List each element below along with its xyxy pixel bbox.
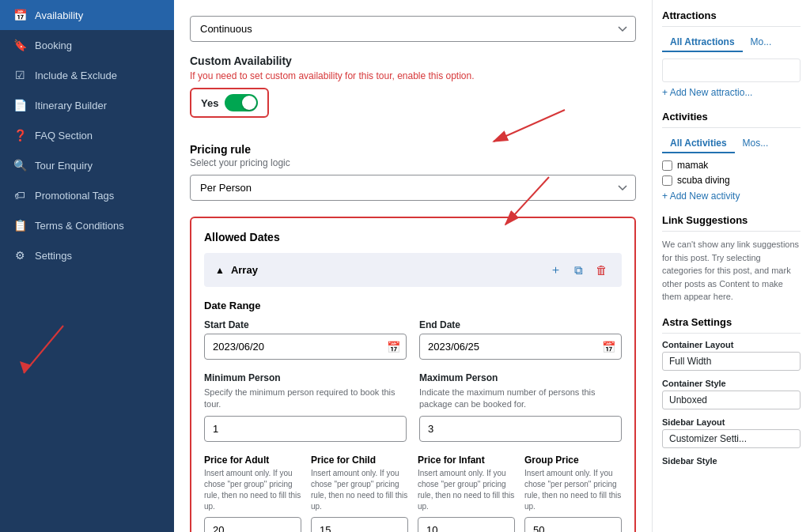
top-availability-section: Continuous Custom [190,16,636,42]
maximum-person-field: Maximum Person Indicate the maximum numb… [419,372,622,442]
sidebar-item-include-exclude[interactable]: ☑ Include & Exclude [0,60,174,90]
price-adult-field: Price for Adult Insert amount only. If y… [204,455,301,532]
custom-availability-toggle[interactable] [225,94,258,111]
start-date-field: Start Date 📅 [204,319,407,360]
start-date-input[interactable] [204,334,407,360]
activity-scuba-label: scuba diving [677,175,730,186]
date-range-title: Date Range [204,300,622,311]
link-suggestions-title: Link Suggestions [662,214,801,232]
svg-line-3 [494,110,565,141]
activities-section: Activities All Activities Mos... mamak s… [662,111,801,202]
main-content: Continuous Custom Custom Availability If… [174,0,652,532]
end-date-wrapper: 📅 [419,334,622,360]
array-label: Array [231,264,258,276]
custom-availability-desc: If you need to set custom availability f… [190,70,636,81]
price-child-input[interactable] [311,517,408,532]
activities-tab-all[interactable]: All Activities [662,134,735,153]
sidebar-style-label: Sidebar Style [662,456,801,466]
date-row: Start Date 📅 End Date 📅 [204,319,622,360]
minimum-person-input[interactable] [204,416,407,442]
price-group-desc: Insert amount only. If you chose "per pe… [524,468,622,512]
pricing-rule-desc: Select your pricing logic [190,157,636,168]
sidebar-item-settings[interactable]: ⚙ Settings [0,240,174,270]
price-infant-field: Price for Infant Insert amount only. If … [418,455,515,532]
maximum-person-label: Maximum Person [419,372,622,383]
price-group-input[interactable] [524,517,622,532]
attractions-section: Attractions All Attractions Mo... + Add … [662,9,801,98]
array-actions: ＋ ⧉ 🗑 [547,261,611,279]
array-header: ▲ Array ＋ ⧉ 🗑 [204,253,622,287]
minimum-person-field: Minimum Person Specify the minimum perso… [204,372,407,442]
container-layout-setting: Container Layout Full Width [662,340,801,371]
price-child-label: Price for Child [311,455,408,466]
price-child-desc: Insert amount only. If you chose "per gr… [311,468,408,512]
pricing-rule-select[interactable]: Per Person Per Group [190,175,636,201]
terms-icon: 📋 [13,219,27,232]
add-activity-link[interactable]: + Add New activity [662,191,801,202]
activity-scuba-checkbox[interactable] [662,175,672,186]
activity-scuba: scuba diving [662,175,801,186]
start-date-label: Start Date [204,319,407,330]
itinerary-icon: 📄 [13,99,27,111]
faq-icon: ❓ [13,129,27,141]
sidebar-item-itinerary-builder[interactable]: 📄 Itinerary Builder [0,90,174,120]
price-child-field: Price for Child Insert amount only. If y… [311,455,408,532]
price-infant-label: Price for Infant [418,455,515,466]
sidebar-layout-setting: Sidebar Layout Customizer Setti... [662,417,801,448]
sidebar-item-promotional-tags[interactable]: 🏷 Promotional Tags [0,180,174,210]
maximum-person-input[interactable] [419,416,622,442]
sidebar-item-booking[interactable]: 🔖 Booking [0,30,174,60]
promo-tags-icon: 🏷 [13,189,27,202]
booking-icon: 🔖 [13,39,27,51]
astra-settings-section: Astra Settings Container Layout Full Wid… [662,316,801,466]
price-group-label: Group Price [524,455,622,466]
price-adult-label: Price for Adult [204,455,301,466]
allowed-dates-box: Allowed Dates ▲ Array ＋ ⧉ 🗑 Date Range S… [190,217,636,532]
container-style-setting: Container Style Unboxed [662,379,801,409]
add-attraction-link[interactable]: + Add New attractio... [662,87,801,98]
attractions-tab-more[interactable]: Mo... [743,33,780,52]
price-row: Price for Adult Insert amount only. If y… [204,455,622,532]
link-suggestions-section: Link Suggestions We can't show any link … [662,214,801,304]
sidebar-item-terms-conditions[interactable]: 📋 Terms & Conditions [0,210,174,240]
custom-availability-section: Custom Availability If you need to set c… [190,55,636,130]
activities-title: Activities [662,111,801,128]
end-date-label: End Date [419,319,622,330]
person-row: Minimum Person Specify the minimum perso… [204,372,622,442]
custom-availability-title: Custom Availability [190,55,636,67]
right-panel: Attractions All Attractions Mo... + Add … [652,0,810,532]
array-delete-button[interactable]: 🗑 [592,261,611,279]
activities-tab-more[interactable]: Mos... [735,134,777,153]
astra-settings-title: Astra Settings [662,316,801,334]
end-date-field: End Date 📅 [419,319,622,360]
settings-icon: ⚙ [13,249,27,262]
sidebar-item-availability[interactable]: 📅 Availability [0,0,174,30]
tour-enquiry-icon: 🔍 [13,159,27,172]
allowed-dates-title: Allowed Dates [204,231,622,243]
minimum-person-label: Minimum Person [204,372,407,383]
attractions-tabs: All Attractions Mo... [662,33,801,52]
activity-mamak-checkbox[interactable] [662,160,672,171]
array-chevron-icon: ▲ [215,265,225,276]
sidebar: 📅 Availability 🔖 Booking ☑ Include & Exc… [0,0,174,532]
sidebar-layout-value: Customizer Setti... [662,429,801,448]
end-date-input[interactable] [419,334,622,360]
attractions-tab-all[interactable]: All Attractions [662,33,743,52]
link-suggestions-text: We can't show any link suggestions for t… [662,238,801,304]
minimum-person-desc: Specify the minimum person required to b… [204,387,407,411]
price-adult-desc: Insert amount only. If you chose "per gr… [204,468,301,512]
sidebar-item-tour-enquiry[interactable]: 🔍 Tour Enquiry [0,150,174,180]
availability-type-select[interactable]: Continuous Custom [190,16,636,42]
price-infant-input[interactable] [418,517,515,532]
array-add-button[interactable]: ＋ [547,261,565,279]
container-style-label: Container Style [662,379,801,388]
price-adult-input[interactable] [204,517,301,532]
array-copy-button[interactable]: ⧉ [571,261,586,279]
container-layout-value: Full Width [662,352,801,371]
array-left: ▲ Array [215,264,258,276]
activity-mamak-label: mamak [677,160,708,171]
toggle-wrapper: Yes [190,88,269,118]
sidebar-item-faq[interactable]: ❓ FAQ Section [0,120,174,150]
price-group-field: Group Price Insert amount only. If you c… [524,455,622,532]
include-exclude-icon: ☑ [13,69,27,81]
